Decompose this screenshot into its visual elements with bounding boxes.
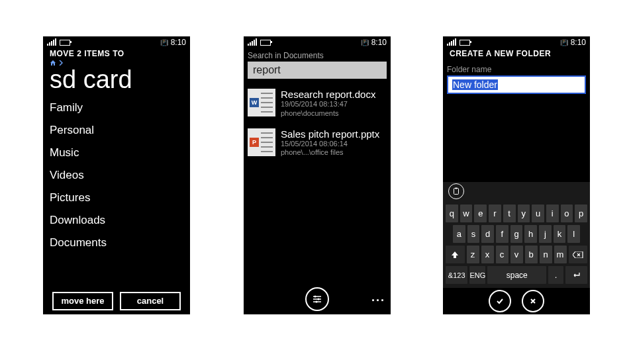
keyboard: q w e r t y u i o p a s d f g h <box>443 182 590 314</box>
app-bar <box>443 288 590 314</box>
key-shift[interactable] <box>446 246 465 263</box>
battery-icon <box>60 40 70 46</box>
move-here-button[interactable]: move here <box>52 292 113 310</box>
cancel-button[interactable]: cancel <box>120 292 181 310</box>
key-period[interactable]: . <box>548 266 563 284</box>
page-title: MOVE 2 ITEMS TO <box>43 47 190 58</box>
key-o[interactable]: o <box>561 205 573 222</box>
word-file-icon: W <box>248 89 275 116</box>
result-path: phone\...\office files <box>281 148 379 158</box>
svg-point-3 <box>314 296 316 298</box>
keyboard-row-2: a s d f g h j k l <box>444 224 589 244</box>
folder-list: Family Personal Music Videos Pictures Do… <box>43 97 190 254</box>
powerpoint-file-icon: P <box>248 128 275 156</box>
key-g[interactable]: g <box>510 225 523 243</box>
key-z[interactable]: z <box>467 246 479 263</box>
clipboard-icon <box>453 187 460 195</box>
key-j[interactable]: j <box>539 225 552 243</box>
selected-text: New folder <box>452 79 498 90</box>
key-y[interactable]: y <box>518 205 530 222</box>
key-m[interactable]: m <box>554 246 567 263</box>
result-path: phone\documents <box>281 109 375 118</box>
key-n[interactable]: n <box>540 246 552 263</box>
key-h[interactable]: h <box>524 225 537 243</box>
svg-point-4 <box>318 298 320 300</box>
result-filename: Sales pitch report.pptx <box>281 128 379 140</box>
key-d[interactable]: d <box>481 225 494 243</box>
folder-item-videos[interactable]: Videos <box>50 164 183 187</box>
backspace-icon <box>573 251 583 258</box>
cancel-button[interactable] <box>522 290 544 312</box>
result-date: 15/05/2014 08:06:14 <box>281 140 379 149</box>
screen-create-folder: 📳 8:10 CREATE A NEW FOLDER Folder name N… <box>443 36 590 314</box>
result-date: 19/05/2014 08:13:47 <box>281 100 375 109</box>
status-bar: 📳 8:10 <box>443 36 590 47</box>
check-icon <box>495 296 505 306</box>
key-s[interactable]: s <box>467 225 480 243</box>
folder-item-music[interactable]: Music <box>50 142 183 164</box>
key-backspace[interactable] <box>569 246 588 263</box>
keyboard-row-4: &123 ENG space . <box>444 265 589 285</box>
battery-icon <box>260 40 271 46</box>
clipboard-button[interactable] <box>448 183 464 199</box>
key-a[interactable]: a <box>453 225 465 243</box>
field-label: Folder name <box>443 58 590 75</box>
vibrate-icon: 📳 <box>361 39 368 46</box>
screen-move-items: 📳 8:10 MOVE 2 ITEMS TO sd card Family Pe… <box>43 36 190 314</box>
key-t[interactable]: t <box>503 205 516 222</box>
key-k[interactable]: k <box>554 225 566 243</box>
vibrate-icon: 📳 <box>560 39 567 46</box>
page-title: CREATE A NEW FOLDER <box>443 47 590 58</box>
key-u[interactable]: u <box>532 205 544 222</box>
key-w[interactable]: w <box>460 205 473 222</box>
search-scope-label: Search in Documents <box>244 47 391 62</box>
filter-icon <box>312 295 322 303</box>
key-b[interactable]: b <box>525 246 538 263</box>
search-result-item[interactable]: P Sales pitch report.pptx 15/05/2014 08:… <box>248 125 387 165</box>
key-x[interactable]: x <box>481 246 494 263</box>
folder-name-input[interactable]: New folder <box>447 75 586 94</box>
key-enter[interactable] <box>565 266 587 284</box>
signal-icon <box>248 39 257 46</box>
action-bar: move here cancel <box>43 292 190 310</box>
suggestion-bar <box>443 182 590 201</box>
key-q[interactable]: q <box>446 205 458 222</box>
key-r[interactable]: r <box>489 205 501 222</box>
more-button[interactable]: ··· <box>371 294 385 308</box>
filter-button[interactable] <box>305 287 329 311</box>
status-clock: 8:10 <box>371 38 387 47</box>
key-e[interactable]: e <box>474 205 487 222</box>
chevron-right-icon <box>59 60 63 66</box>
svg-rect-6 <box>454 189 459 195</box>
key-language[interactable]: ENG <box>469 266 485 284</box>
status-bar: 📳 8:10 <box>244 36 391 47</box>
close-icon <box>528 296 538 306</box>
current-location: sd card <box>43 66 190 97</box>
key-i[interactable]: i <box>546 205 559 222</box>
key-l[interactable]: l <box>567 225 580 243</box>
folder-item-personal[interactable]: Personal <box>50 119 183 142</box>
battery-icon <box>460 40 470 46</box>
key-numsym[interactable]: &123 <box>446 266 467 284</box>
search-input[interactable]: report <box>248 62 387 79</box>
folder-item-downloads[interactable]: Downloads <box>50 209 183 232</box>
svg-point-5 <box>316 301 318 303</box>
search-result-item[interactable]: W Research report.docx 19/05/2014 08:13:… <box>248 85 387 125</box>
key-v[interactable]: v <box>510 246 523 263</box>
key-p[interactable]: p <box>575 205 587 222</box>
folder-item-documents[interactable]: Documents <box>50 232 183 254</box>
folder-item-pictures[interactable]: Pictures <box>50 187 183 209</box>
key-f[interactable]: f <box>496 225 508 243</box>
enter-icon <box>571 272 581 279</box>
result-filename: Research report.docx <box>281 89 375 100</box>
shift-icon <box>451 251 459 259</box>
folder-item-family[interactable]: Family <box>50 97 183 119</box>
accept-button[interactable] <box>489 290 511 312</box>
app-bar: ··· <box>244 284 391 314</box>
svg-rect-7 <box>456 188 458 189</box>
keyboard-row-3: z x c v b n m <box>444 244 589 265</box>
signal-icon <box>447 39 456 46</box>
key-space[interactable]: space <box>487 266 546 284</box>
keyboard-row-1: q w e r t y u i o p <box>444 203 589 224</box>
key-c[interactable]: c <box>496 246 508 263</box>
